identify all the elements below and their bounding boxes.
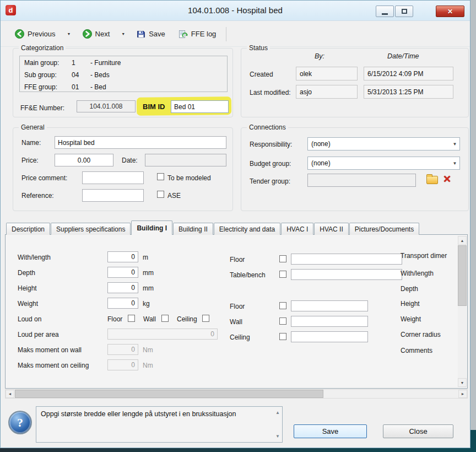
name-field[interactable] [55,136,226,149]
tender-group-delete-icon[interactable]: ✕ [443,174,451,184]
toolbar: Previous ▼ Next ▼ Save FFE log [1,21,470,47]
scroll-up-icon: ▲ [461,239,464,243]
ase-checkbox[interactable] [157,191,164,198]
ffe-group-label: FFE group: [24,83,72,91]
reference-label: Reference: [21,192,54,200]
transport-height-label: Height [401,300,420,308]
minimize-button[interactable] [376,6,394,17]
mount-floor-checkbox[interactable] [279,255,286,262]
close-button[interactable]: ✕ [436,6,464,17]
corner-radius-label: Corner radius [401,331,441,338]
general-legend: General [19,123,47,131]
created-datetime-field: 6/15/2012 4:09 PM [364,67,453,80]
close-dialog-button[interactable]: Close [383,424,453,438]
tab-description[interactable]: Description [6,223,50,235]
help-scroll-up-icon[interactable]: ▲ [275,410,280,415]
budget-group-label: Budget group: [250,160,291,168]
loud-wall-label: Wall [143,315,156,323]
ffe-log-button[interactable]: FFE log [175,28,220,41]
fasten-ceiling-label: Ceiling [230,333,250,341]
modified-by-value: asjo [300,88,312,96]
maximize-button[interactable] [395,6,413,17]
fasten-floor-field[interactable] [291,300,368,311]
ase-label: ASE [167,192,181,200]
fasten-wall-checkbox[interactable] [279,318,286,325]
fasten-floor-checkbox[interactable] [279,302,286,309]
bim-id-field[interactable] [171,100,229,113]
with-length-field[interactable] [107,251,138,262]
maks-moment-wall-field [107,344,138,355]
help-scroll-down-icon[interactable]: ▼ [275,434,280,439]
toolbar-separator [226,27,226,41]
horizontal-scrollbar-thumb[interactable] [15,390,323,398]
tab-building-2[interactable]: Building II [173,223,213,235]
mount-floor-field[interactable] [291,254,402,265]
next-button[interactable]: Next [79,27,113,41]
responsibility-combo[interactable]: (none) ▼ [307,137,460,150]
responsibility-combo-arrow-icon: ▼ [450,142,459,147]
tab-building-1[interactable]: Building I [131,220,172,235]
main-group-code: 1 [72,59,90,67]
tab-hvac-2[interactable]: HVAC II [314,223,348,235]
depth-label: Depth [18,269,35,277]
ffe-group-desc: - Bed [90,83,227,91]
main-group-row: Main group: 1 - Furniture [20,57,227,68]
fasten-wall-field[interactable] [291,316,368,327]
mount-table-bench-checkbox[interactable] [279,271,286,278]
fasten-ceiling-checkbox[interactable] [279,333,286,340]
budget-group-combo-arrow-icon: ▼ [450,161,459,166]
app-window: d 104.01.008 - Hospital bed ✕ Previous ▼… [0,0,470,448]
fasten-wall-label: Wall [230,318,242,326]
next-icon [83,29,92,39]
tab-hvac-1[interactable]: HVAC I [281,223,313,235]
loud-ceiling-checkbox[interactable] [202,315,209,322]
price-comment-label: Price comment: [21,174,67,182]
tender-group-label: Tender group: [250,177,290,185]
save-button-label: Save [322,427,339,435]
depth-field[interactable] [107,267,138,278]
vertical-scrollbar-thumb[interactable] [458,245,467,306]
modified-by-field: asjo [296,85,358,99]
weight-field[interactable] [107,298,138,309]
with-length-unit: m [143,254,148,261]
mount-table-bench-field[interactable] [291,269,402,280]
tab-electricity-and-data[interactable]: Electricity and data [214,223,280,235]
save-icon [137,30,145,39]
height-field[interactable] [107,282,138,293]
scroll-right-button[interactable]: ► [458,390,467,398]
height-unit: mm [143,284,154,292]
price-field[interactable] [55,154,113,166]
help-text: Oppgi største bredde eller lengde på uts… [41,410,236,418]
transport-depth-label: Depth [401,285,418,293]
created-label: Created [250,71,273,78]
scroll-left-icon: ◄ [8,392,12,396]
previous-dropdown-icon[interactable]: ▼ [66,31,73,37]
reference-field[interactable] [82,189,144,202]
tab-suppliers-specifications[interactable]: Suppliers specifications [51,223,131,235]
save-button[interactable]: Save [294,424,367,438]
scroll-right-icon: ► [461,392,465,396]
name-label: Name: [21,139,41,147]
ffe-log-icon [178,30,188,39]
sub-group-desc: - Beds [90,71,227,79]
scroll-down-button[interactable]: ▼ [458,378,467,387]
price-comment-field[interactable] [82,171,144,184]
next-dropdown-icon[interactable]: ▼ [120,31,127,37]
previous-button[interactable]: Previous [12,27,59,41]
budget-group-combo[interactable]: (none) ▼ [307,157,460,170]
scroll-left-button[interactable]: ◄ [6,390,14,398]
minimize-icon [382,13,388,15]
save-toolbar-button[interactable]: Save [133,28,169,41]
created-by-field: olek [296,67,358,80]
loud-wall-checkbox[interactable] [161,315,169,322]
loud-floor-checkbox[interactable] [128,315,135,322]
to-be-modeled-checkbox[interactable] [157,173,164,180]
sub-group-code: 04 [72,71,90,79]
tab-pictures-documents[interactable]: Pictures/Documents [349,223,419,235]
help-button[interactable]: ? [8,411,32,434]
fasten-ceiling-field[interactable] [291,331,368,342]
comments-label: Comments [401,347,432,354]
tender-group-browse-folder-icon[interactable] [426,176,438,184]
scroll-up-button[interactable]: ▲ [458,236,467,245]
vertical-scrollbar: ▲ ▼ [458,236,467,387]
